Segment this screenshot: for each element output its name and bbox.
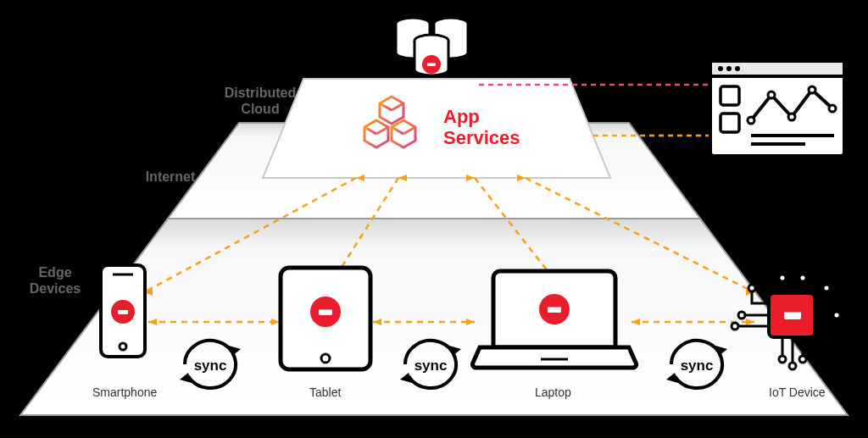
layer-label-cloud: DistributedCloud <box>218 85 303 117</box>
svg-point-63 <box>823 285 830 291</box>
svg-rect-31 <box>427 61 436 64</box>
device-label-tablet: Tablet <box>309 385 341 399</box>
svg-point-59 <box>738 312 745 319</box>
dashboard-panel-icon <box>710 61 844 156</box>
svg-point-87 <box>788 114 795 120</box>
svg-point-82 <box>735 66 740 71</box>
svg-rect-71 <box>784 308 801 313</box>
sync-label: sync <box>681 358 714 374</box>
smartphone-icon <box>101 265 145 357</box>
svg-point-80 <box>718 66 723 71</box>
svg-point-64 <box>779 356 786 363</box>
svg-point-61 <box>748 285 755 291</box>
layer-label-edge: EdgeDevices <box>21 264 89 297</box>
svg-point-88 <box>809 86 815 93</box>
laptop-icon <box>472 271 636 368</box>
svg-point-60 <box>732 323 738 330</box>
svg-point-62 <box>833 312 840 319</box>
svg-point-85 <box>748 117 754 124</box>
svg-rect-54 <box>319 307 332 310</box>
architecture-diagram: sync sync sync DistributedCloud Internet… <box>0 0 868 438</box>
sync-label: sync <box>194 358 227 374</box>
svg-point-89 <box>829 105 836 112</box>
svg-marker-2 <box>263 79 610 178</box>
device-label-iot: IoT Device <box>769 385 826 399</box>
device-label-smartphone: Smartphone <box>92 385 157 399</box>
device-label-laptop: Laptop <box>535 385 571 399</box>
svg-point-81 <box>726 66 732 71</box>
svg-point-86 <box>768 91 775 98</box>
app-services-label: AppServices <box>443 106 520 149</box>
svg-rect-58 <box>548 304 561 308</box>
sync-label: sync <box>415 358 448 374</box>
svg-point-65 <box>789 363 796 369</box>
diagram-svg: sync sync sync <box>0 0 868 438</box>
svg-rect-49 <box>118 308 128 310</box>
svg-point-67 <box>779 274 786 281</box>
tablet-icon <box>281 268 370 369</box>
database-cluster-icon <box>396 18 468 75</box>
svg-point-66 <box>799 356 806 363</box>
svg-point-68 <box>799 274 806 281</box>
layer-label-internet: Internet <box>132 169 209 185</box>
